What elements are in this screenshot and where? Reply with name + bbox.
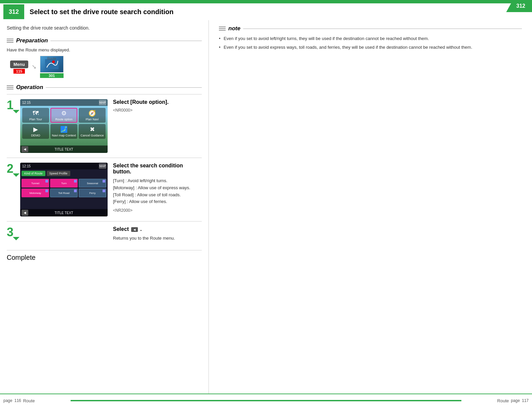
- screen2-tab-speedprofile[interactable]: Speed Profile: [47, 171, 70, 176]
- step-3-content: Select ◄ . Returns you to the Route menu…: [20, 226, 202, 242]
- step-2-line-3: [Toll Road] : Allow use of toll roads.: [113, 192, 202, 199]
- screen2-turn-label: Turn: [61, 182, 67, 185]
- screen1-btn-cancel: ✖ Cancel Guidance: [79, 124, 106, 139]
- screen1-time: 12:15: [22, 101, 31, 105]
- page-badge: 312: [3, 4, 24, 19]
- screen1-bottom: ◄ TITLE TEXT: [20, 146, 108, 153]
- screen1-title-text: TITLE TEXT: [54, 148, 73, 151]
- route-label: Route: [47, 57, 56, 60]
- svg-rect-0: [45, 59, 59, 69]
- step-2-image: 12:15 MAP Kind of Route Speed Profile Tu…: [20, 163, 108, 216]
- screen1-demo-label: DEMO: [31, 134, 40, 137]
- step-3-body: Returns you to the Route menu.: [113, 235, 202, 242]
- operation-section-header: Operation: [7, 84, 202, 91]
- screen2-tab-kindofroute[interactable]: Kind of Route: [22, 171, 45, 176]
- step-1-text: Select [Route option]. <NR0000>: [113, 99, 202, 153]
- screen1-btn-routeoption[interactable]: ⚙ Route option: [50, 108, 77, 123]
- screen2-bottom: ◄ TITLE TEXT: [20, 209, 108, 216]
- step-3-back-icon-inline: ◄: [131, 227, 138, 232]
- page-subtitle: Setting the drive route search condition…: [7, 25, 202, 31]
- screen2-btn-seasonal[interactable]: Seasonal: [79, 179, 106, 188]
- right-column: note Even if you set to avoid left/right…: [208, 20, 532, 394]
- step-2-body: [Turn] : Avoid left/right turns. [Motorw…: [113, 177, 202, 205]
- screen2-top-bar: 12:15 MAP: [20, 163, 108, 169]
- screen2-btn-motorway[interactable]: Motorway: [22, 189, 49, 197]
- section-line-right: [50, 41, 202, 41]
- footer-left-page-label: page: [3, 398, 12, 403]
- screen2-tunnel-label: Tunnel: [31, 182, 39, 185]
- step-2-content: 12:15 MAP Kind of Route Speed Profile Tu…: [20, 163, 202, 216]
- footer-right-page-label: page: [511, 398, 520, 403]
- preparation-text: Have the Route menu displayed.: [7, 47, 202, 52]
- screen1-plannavi-icon: 🧭: [88, 110, 96, 117]
- page-header: 312 Select to set the drive route search…: [0, 0, 532, 20]
- screen2-back-btn[interactable]: ◄: [22, 210, 28, 216]
- screen1-routeoption-icon: ⚙: [61, 110, 67, 117]
- screen2-tollroad-indicator: [74, 190, 77, 192]
- screen1-back-btn[interactable]: ◄: [22, 146, 28, 152]
- screen1-cancel-icon: ✖: [90, 126, 95, 133]
- route-page-ref: 301: [40, 73, 64, 78]
- screen2-title-text: TITLE TEXT: [54, 211, 73, 215]
- step-3-period: .: [140, 226, 142, 232]
- step-1-title: Select [Route option].: [113, 99, 202, 105]
- screen1-btn-plantour: 🗺 Plan Tour: [22, 108, 49, 123]
- screen1-demo-icon: ▶: [33, 126, 38, 133]
- screen1-grid: 🗺 Plan Tour ⚙ Route option 🧭 Plan Navi: [20, 106, 108, 141]
- note-label: note: [228, 25, 240, 32]
- step-1: 1 12:15 MAP 🗺 Plan Tour: [7, 94, 202, 158]
- footer-center-bar: [71, 400, 461, 401]
- preparation-label: Preparation: [13, 37, 50, 44]
- footer-right-route: Route: [497, 398, 509, 403]
- footer-right-page-num: 117: [522, 398, 529, 403]
- route-thumb-graphic: [45, 59, 59, 69]
- screen2-btn-tunnel[interactable]: Tunnel: [22, 179, 49, 188]
- screen1-plantour-label: Plan Tour: [29, 118, 42, 121]
- screen2-tunnel-indicator: [45, 180, 48, 182]
- note-item-2: Even if you set to avoid express ways, t…: [219, 44, 522, 51]
- step-2-text: Select the search condition button. [Tur…: [113, 163, 202, 216]
- screen1-btn-plannavi: 🧭 Plan Navi: [79, 108, 106, 123]
- step-2-title: Select the search condition button.: [113, 163, 202, 175]
- screen1-plantour-icon: 🗺: [33, 110, 39, 117]
- screen2-motorway-label: Motorway: [30, 192, 41, 195]
- route-thumbnail: Route: [40, 56, 64, 73]
- note-list: Even if you set to avoid left/right turn…: [219, 35, 522, 50]
- note-section: note Even if you set to avoid left/right…: [219, 25, 522, 50]
- arrow-icon: ➘: [32, 63, 37, 71]
- complete-label: Complete: [7, 254, 36, 261]
- note-item-1: Even if you set to avoid left/right turn…: [219, 35, 522, 42]
- step-2-number: 2: [7, 163, 20, 175]
- step-3-number: 3: [7, 226, 20, 238]
- step-3-text: Select ◄ . Returns you to the Route menu…: [113, 226, 202, 242]
- menu-page-ref: 115: [13, 69, 25, 74]
- screen1-navimap-icon: 🗾: [60, 126, 68, 133]
- screen2-map-icon: MAP: [99, 163, 106, 169]
- svg-point-1: [52, 60, 55, 63]
- screen1-cancel-label: Cancel Guidance: [80, 134, 104, 137]
- preparation-icons: Menu 115 ➘ Route 301: [10, 56, 202, 78]
- footer-right: Route page 117: [465, 398, 532, 403]
- step-2-line-2: [Motorway] : Allow use of express ways.: [113, 185, 202, 192]
- screen1-btn-navimap: 🗾 Navi map Context: [50, 124, 77, 139]
- step-1-number: 1: [7, 99, 20, 111]
- screen2-grid: Tunnel Turn Seasonal: [20, 177, 108, 199]
- footer-left-route: Route: [23, 398, 35, 403]
- step-1-screen: 12:15 MAP 🗺 Plan Tour ⚙ Route: [20, 99, 108, 153]
- step-3-select-label: Select: [113, 226, 129, 232]
- complete-section: Complete: [7, 250, 202, 261]
- screen2-seasonal-indicator: [103, 180, 105, 182]
- screen1-routeoption-label: Route option: [55, 118, 72, 121]
- screen2-ferry-indicator: [103, 190, 105, 192]
- left-column: Setting the drive route search condition…: [0, 20, 208, 394]
- screen2-btn-tollroad[interactable]: Toll Road: [50, 189, 78, 197]
- step-3-spacer: [20, 226, 108, 242]
- step-2-screen: 12:15 MAP Kind of Route Speed Profile Tu…: [20, 163, 108, 216]
- step-1-image: 12:15 MAP 🗺 Plan Tour ⚙ Route: [20, 99, 108, 153]
- screen2-btn-ferry[interactable]: Ferry: [79, 189, 106, 197]
- screen2-motorway-indicator: [45, 190, 48, 192]
- note-line-right: [243, 29, 522, 29]
- screen1-plannavi-label: Plan Navi: [86, 118, 99, 121]
- screen2-btn-turn[interactable]: Turn: [50, 179, 78, 188]
- step-1-content: 12:15 MAP 🗺 Plan Tour ⚙ Route: [20, 99, 202, 153]
